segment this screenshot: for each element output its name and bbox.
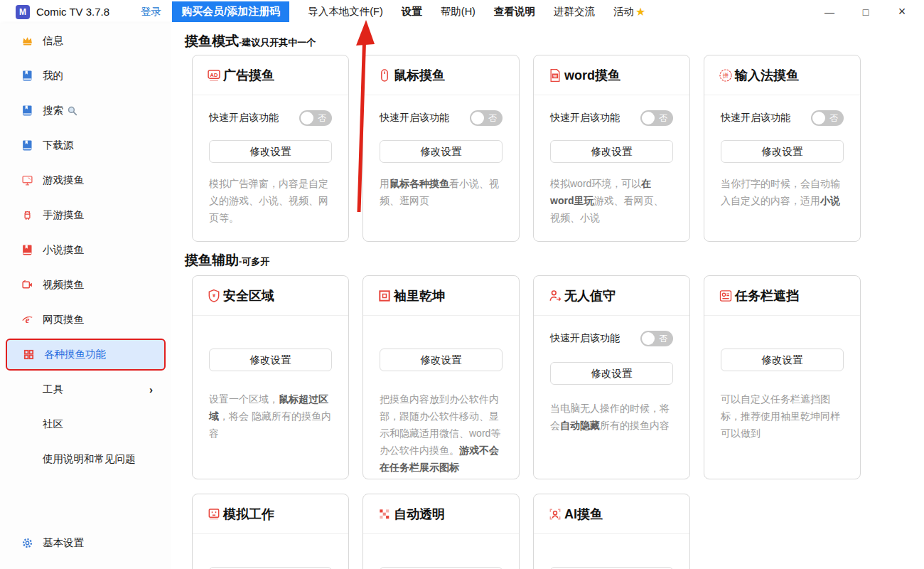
sidebar-item-label: 手游摸鱼 — [43, 208, 84, 222]
sidebar-item-faq[interactable]: 使用说明和常见问题 — [0, 442, 171, 477]
checkerboard-icon — [377, 507, 392, 521]
card-ime-fishing: 拼 输入法摸鱼 快速开启该功能 否 修改设置 当你打字的时候，会自动输入自定义的… — [704, 55, 861, 242]
quick-enable-toggle[interactable]: 否 — [640, 110, 673, 126]
quick-enable-label: 快速开启该功能 — [721, 112, 790, 124]
sidebar-item-label: 网页摸鱼 — [43, 313, 84, 326]
sidebar-item-info[interactable]: 信息 — [0, 23, 171, 58]
login-link[interactable]: 登录 — [141, 5, 161, 18]
maximize-button[interactable]: □ — [859, 6, 872, 18]
menu-view-instructions[interactable]: 查看说明 — [494, 5, 535, 18]
book-icon — [21, 139, 33, 151]
app-logo-icon: M — [16, 5, 30, 19]
grid-icon — [23, 349, 35, 361]
sidebar-item-label: 下载源 — [43, 139, 74, 152]
card-description: 当电脑无人操作的时候，将会自动隐藏所有的摸鱼内容 — [550, 400, 673, 434]
card-ai-fishing: AI摸鱼 修改设置 — [533, 494, 690, 569]
sidebar-item-various-fishing-features[interactable]: 各种摸鱼功能 — [6, 339, 166, 371]
menu-activity-label: 活动 — [613, 5, 634, 18]
menu-activity[interactable]: 活动 ★ — [613, 5, 645, 18]
card-fake-work: 模拟工作 修改设置 — [192, 494, 349, 569]
toggle-state: 否 — [318, 113, 326, 123]
sidebar-item-label: 基本设置 — [43, 536, 84, 550]
card-title: 鼠标摸鱼 — [394, 67, 445, 84]
card-title: 任务栏遮挡 — [735, 287, 799, 304]
modify-settings-button[interactable]: 修改设置 — [209, 140, 332, 163]
app-title: Comic TV 3.7.8 — [36, 6, 109, 18]
quick-enable-toggle[interactable]: 否 — [470, 110, 503, 126]
sidebar-item-mobile-game-fishing[interactable]: 手游摸鱼 — [0, 198, 171, 233]
quick-enable-label: 快速开启该功能 — [209, 112, 279, 124]
card-description: 模拟广告弹窗，内容是自定义的游戏、小说、视频、网页等。 — [209, 175, 332, 226]
chevron-right-icon: › — [149, 383, 153, 395]
card-title: 广告摸鱼 — [223, 67, 274, 84]
toggle-state: 否 — [829, 113, 838, 123]
sidebar-item-tools[interactable]: 工具 › — [0, 372, 171, 407]
card-title: word摸鱼 — [564, 67, 621, 84]
title-menu-bar: M Comic TV 3.7.8 登录 购买会员/添加注册码 导入本地文件(F)… — [0, 0, 924, 24]
modify-settings-button[interactable]: 修改设置 — [721, 349, 844, 371]
window-controls: — □ × — [823, 4, 924, 19]
sidebar-item-basic-settings[interactable]: 基本设置 — [0, 526, 171, 560]
menu-import-local-file[interactable]: 导入本地文件(F) — [308, 5, 383, 18]
fishing-assist-cards: ¥ 安全区域 修改设置 设置一个区域，鼠标超过区域，将会 隐藏所有的摸鱼内容 袖… — [192, 275, 924, 569]
magnifier-icon — [66, 105, 78, 117]
sidebar-item-game-fishing[interactable]: 游戏摸鱼 — [0, 163, 171, 198]
toggle-state: 否 — [659, 113, 667, 123]
menu-join-group[interactable]: 进群交流 — [554, 5, 595, 18]
sidebar-item-label: 各种摸鱼功能 — [44, 348, 106, 361]
sidebar-item-label: 使用说明和常见问题 — [43, 452, 136, 466]
card-sleeve-universe: 袖里乾坤 修改设置 把摸鱼内容放到办公软件内部，跟随办公软件移动、显示和隐藏适用… — [362, 275, 520, 479]
quick-enable-toggle[interactable]: 否 — [640, 331, 673, 346]
card-description: 模拟word环境，可以在word里玩游戏、看网页、视频、小说 — [550, 175, 673, 226]
quick-enable-label: 快速开启该功能 — [380, 112, 449, 124]
sidebar-item-label: 信息 — [43, 34, 63, 48]
ie-browser-icon: e — [21, 314, 33, 326]
sidebar-item-label: 我的 — [43, 69, 63, 83]
sidebar: 信息 我的 搜索 下载源 游戏摸鱼 手游摸鱼 — [0, 23, 172, 569]
menu-help[interactable]: 帮助(H) — [441, 5, 476, 18]
sidebar-item-mine[interactable]: 我的 — [0, 58, 171, 93]
sidebar-item-download-source[interactable]: 下载源 — [0, 128, 171, 163]
svg-text:AD: AD — [210, 71, 218, 78]
sidebar-item-search[interactable]: 搜索 — [0, 93, 171, 128]
card-title: 袖里乾坤 — [394, 287, 445, 304]
card-title: AI摸鱼 — [564, 506, 603, 523]
modify-settings-button[interactable]: 修改设置 — [380, 349, 503, 371]
sidebar-item-label: 游戏摸鱼 — [43, 174, 84, 187]
card-description: 用鼠标各种摸鱼看小说、视频、逛网页 — [380, 175, 503, 209]
nested-box-icon — [377, 289, 392, 303]
quick-enable-toggle[interactable]: 否 — [811, 110, 844, 126]
modify-settings-button[interactable]: 修改设置 — [380, 140, 503, 163]
quick-enable-label: 快速开启该功能 — [550, 332, 620, 345]
toggle-knob — [812, 112, 825, 124]
card-description: 把摸鱼内容放到办公软件内部，跟随办公软件移动、显示和隐藏适用微信、word等办公… — [380, 390, 503, 476]
quick-enable-toggle[interactable]: 否 — [299, 110, 332, 126]
sidebar-item-label: 工具 — [43, 383, 63, 396]
sidebar-item-web-fishing[interactable]: e 网页摸鱼 — [0, 302, 171, 337]
mouse-icon — [377, 68, 392, 83]
sidebar-item-community[interactable]: 社区 — [0, 407, 171, 442]
menu-settings[interactable]: 设置 — [402, 5, 422, 18]
modify-settings-button[interactable]: 修改设置 — [550, 362, 673, 385]
section-header-fishing-assist: 摸鱼辅助-可多开 — [185, 252, 924, 270]
close-button[interactable]: × — [896, 4, 908, 19]
word-doc-icon: W — [548, 68, 562, 83]
toggle-knob — [471, 112, 484, 124]
book-icon — [21, 105, 33, 117]
person-arrow-icon — [548, 289, 562, 303]
main-content: 摸鱼模式-建议只开其中一个 AD 广告摸鱼 快速开启该功能 否 修改设置 模拟广… — [171, 23, 924, 569]
svg-text:e: e — [26, 315, 30, 325]
book-icon — [21, 244, 33, 256]
sidebar-item-video-fishing[interactable]: 视频摸鱼 — [0, 267, 171, 302]
minimize-button[interactable]: — — [823, 6, 836, 18]
card-description: 设置一个区域，鼠标超过区域，将会 隐藏所有的摸鱼内容 — [209, 390, 332, 442]
modify-settings-button[interactable]: 修改设置 — [550, 140, 673, 163]
sidebar-item-novel-fishing[interactable]: 小说摸鱼 — [0, 233, 171, 267]
card-unattended: 无人值守 快速开启该功能 否 修改设置 当电脑无人操作的时候，将会自动隐藏所有的… — [533, 275, 690, 479]
modify-settings-button[interactable]: 修改设置 — [209, 349, 332, 371]
buy-membership-button[interactable]: 购买会员/添加注册码 — [172, 1, 289, 22]
toggle-knob — [642, 112, 655, 124]
modify-settings-button[interactable]: 修改设置 — [721, 140, 844, 163]
toggle-state: 否 — [488, 113, 497, 123]
card-word-fishing: W word摸鱼 快速开启该功能 否 修改设置 模拟word环境，可以在word… — [533, 55, 690, 242]
